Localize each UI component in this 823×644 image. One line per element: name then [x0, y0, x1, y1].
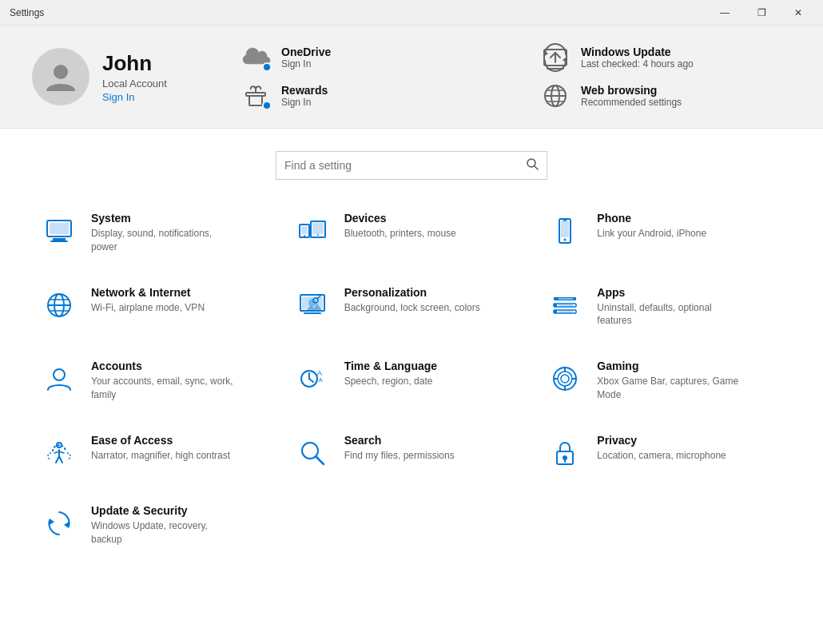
windows-update-text: Windows Update Last checked: 4 hours ago [581, 46, 694, 70]
svg-rect-36 [554, 304, 557, 307]
update-security-desc: Windows Update, recovery, backup [91, 519, 235, 547]
devices-text: Devices Bluetooth, printers, mouse [344, 212, 456, 241]
update-security-title: Update & Security [91, 504, 235, 517]
setting-apps[interactable]: Apps Uninstall, defaults, optional featu… [538, 270, 791, 344]
privacy-text: Privacy Location, camera, microphone [597, 434, 726, 463]
setting-privacy[interactable]: Privacy Location, camera, microphone [538, 418, 791, 488]
service-onedrive[interactable]: OneDrive Sign In [240, 42, 491, 74]
gaming-text: Gaming Xbox Game Bar, captures, Game Mod… [597, 360, 741, 402]
svg-point-22 [564, 239, 567, 241]
ease-of-access-title: Ease of Access [91, 434, 230, 447]
service-windows-update[interactable]: Windows Update Last checked: 4 hours ago [539, 42, 791, 74]
accounts-desc: Your accounts, email, sync, work, family [91, 375, 235, 402]
devices-icon [293, 212, 332, 250]
onedrive-sub: Sign In [281, 58, 331, 70]
profile-name: John [102, 51, 167, 76]
phone-title: Phone [597, 212, 706, 225]
time-language-text: Time & Language Speech, region, date [344, 360, 437, 388]
setting-time-language[interactable]: A A Time & Language Speech, region, date [285, 344, 539, 418]
accounts-text: Accounts Your accounts, email, sync, wor… [91, 360, 235, 402]
svg-point-62 [302, 443, 318, 459]
svg-rect-17 [312, 223, 324, 234]
web-browsing-title: Web browsing [581, 84, 682, 97]
search-input[interactable] [284, 159, 526, 172]
system-icon [40, 212, 78, 250]
svg-marker-68 [50, 519, 54, 525]
phone-desc: Link your Android, iPhone [597, 227, 706, 241]
search-setting-icon [293, 434, 332, 472]
setting-ease-of-access[interactable]: Ease of Access Narrator, magnifier, high… [32, 418, 285, 488]
apps-icon [546, 286, 584, 324]
svg-point-50 [558, 372, 572, 386]
maximize-button[interactable]: ❐ [743, 0, 780, 26]
personalization-desc: Background, lock screen, colors [344, 301, 480, 315]
svg-line-63 [316, 457, 324, 464]
minimize-button[interactable]: — [706, 0, 743, 26]
time-language-title: Time & Language [344, 360, 437, 372]
setting-phone[interactable]: Phone Link your Android, iPhone [538, 196, 791, 270]
setting-devices[interactable]: Devices Bluetooth, printers, mouse [285, 196, 539, 270]
service-web-browsing[interactable]: Web browsing Recommended settings [539, 80, 791, 112]
windows-update-title: Windows Update [581, 46, 694, 58]
gaming-icon [546, 360, 584, 398]
setting-personalization[interactable]: Personalization Background, lock screen,… [285, 270, 539, 344]
phone-icon [546, 212, 584, 250]
svg-line-9 [535, 166, 538, 169]
rewards-text: Rewards Sign In [281, 84, 328, 108]
search-box[interactable] [276, 151, 547, 180]
svg-rect-12 [50, 241, 68, 242]
network-text: Network & Internet Wi-Fi, airplane mode,… [91, 286, 205, 315]
apps-desc: Uninstall, defaults, optional features [597, 301, 741, 328]
svg-point-19 [317, 234, 319, 236]
web-browsing-icon-wrap [539, 80, 571, 112]
profile-account-type: Local Account [102, 78, 167, 89]
accounts-title: Accounts [91, 360, 235, 372]
window-controls: — ❐ ✕ [706, 0, 817, 26]
rewards-icon-wrap [240, 80, 272, 112]
onedrive-badge [262, 62, 272, 72]
setting-network[interactable]: Network & Internet Wi-Fi, airplane mode,… [32, 270, 285, 344]
svg-marker-67 [64, 522, 69, 528]
gaming-title: Gaming [597, 360, 741, 372]
svg-point-51 [561, 375, 569, 383]
ease-of-access-text: Ease of Access Narrator, magnifier, high… [91, 434, 230, 463]
apps-text: Apps Uninstall, defaults, optional featu… [597, 286, 741, 328]
close-button[interactable]: ✕ [780, 0, 817, 26]
rewards-badge [262, 101, 272, 110]
service-rewards[interactable]: Rewards Sign In [240, 80, 491, 112]
svg-rect-11 [53, 238, 66, 241]
accounts-icon [40, 360, 78, 398]
setting-gaming[interactable]: Gaming Xbox Game Bar, captures, Game Mod… [538, 344, 791, 418]
svg-point-0 [54, 65, 68, 79]
setting-update-security[interactable]: Update & Security Windows Update, recove… [32, 488, 285, 563]
search-setting-desc: Find my files, permissions [344, 449, 455, 463]
time-language-icon: A A [293, 360, 332, 398]
apps-title: Apps [597, 286, 741, 299]
ease-of-access-icon [40, 434, 78, 472]
rewards-sub: Sign In [281, 97, 328, 108]
onedrive-title: OneDrive [281, 46, 331, 58]
svg-line-59 [59, 456, 62, 463]
svg-rect-34 [554, 297, 557, 300]
personalization-icon [293, 286, 332, 324]
time-language-desc: Speech, region, date [344, 375, 437, 388]
profile-info: John Local Account Sign In [102, 51, 167, 103]
svg-marker-2 [545, 51, 548, 56]
personalization-title: Personalization [344, 286, 480, 299]
search-area [0, 129, 823, 196]
search-icon-button[interactable] [526, 157, 539, 173]
rewards-title: Rewards [281, 84, 328, 97]
system-title: System [91, 212, 235, 225]
setting-accounts[interactable]: Accounts Your accounts, email, sync, wor… [32, 344, 285, 418]
privacy-icon [546, 434, 584, 472]
setting-system[interactable]: System Display, sound, notifications, po… [32, 196, 285, 270]
svg-point-18 [304, 235, 305, 237]
network-icon [40, 286, 78, 324]
web-browsing-text: Web browsing Recommended settings [581, 84, 682, 108]
personalization-text: Personalization Background, lock screen,… [344, 286, 480, 315]
svg-line-46 [309, 379, 313, 382]
setting-search[interactable]: Search Find my files, permissions [285, 418, 539, 488]
gaming-desc: Xbox Game Bar, captures, Game Mode [597, 375, 741, 402]
profile-signin-link[interactable]: Sign In [102, 91, 167, 103]
network-desc: Wi-Fi, airplane mode, VPN [91, 301, 205, 315]
